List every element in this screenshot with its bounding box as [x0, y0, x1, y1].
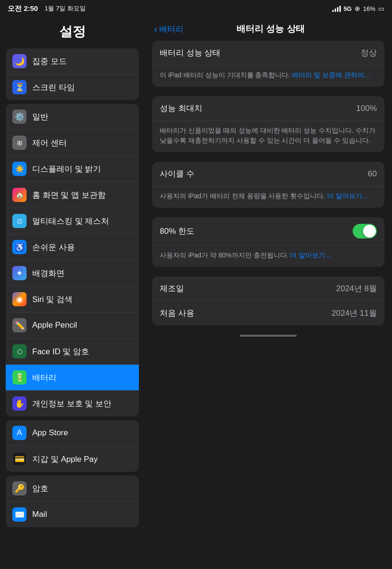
battery-label: 배터리 — [32, 372, 56, 383]
pencil-label: Apple Pencil — [32, 321, 77, 330]
battery-health-row: 배터리 성능 상태 정상 — [152, 41, 384, 65]
status-time: 오전 2:50 — [8, 4, 38, 13]
status-date: 1월 7일 화요일 — [45, 4, 86, 13]
performance-section: 성능 최대치 100% 배터리가 신품이었을 때의 성능에 대비한 배터리 성능… — [152, 96, 384, 152]
sidebar-group-4: 🔑 암호 ✉️ Mail — [6, 476, 139, 527]
status-bar: 오전 2:50 1월 7일 화요일 5G ⊕ 16% ▭ — [0, 0, 392, 17]
sidebar-item-accessibility[interactable]: ♿ 손쉬운 사용 — [6, 234, 139, 260]
detail-panel: ‹ 배터리 배터리 성능 상태 배터리 성능 상태 정상 이 iPad 배터리 … — [145, 17, 392, 569]
status-right: 5G ⊕ 16% ▭ — [332, 5, 384, 12]
detail-content: 배터리 성능 상태 정상 이 iPad 배터리 성능이 기대치를 충족합니다. … — [145, 41, 392, 325]
faceid-label: Face ID 및 암호 — [32, 346, 89, 357]
manufacture-row: 제조일 2024년 8월 — [152, 276, 384, 301]
limit-label: 80% 한도 — [160, 226, 194, 237]
main-layout: 설정 🌙 집중 모드 ⏳ 스크린 타임 ⚙️ 일반 ⊞ 제어 센터 ☀️ — [0, 17, 392, 569]
sidebar-item-wallpaper[interactable]: ✦ 배경화면 — [6, 260, 139, 286]
battery-health-link[interactable]: 배터리 및 보증에 관하여... — [292, 71, 369, 79]
general-label: 일반 — [32, 111, 48, 122]
limit-section: 80% 한도 사용자의 iPad가 약 80%까지만 충전됩니다. 더 알아보기… — [152, 217, 384, 267]
toggle-knob — [363, 225, 376, 238]
sidebar-item-faceid[interactable]: ⬡ Face ID 및 암호 — [6, 339, 139, 365]
appstore-icon: A — [12, 426, 27, 440]
performance-value: 100% — [356, 104, 377, 113]
limit-row: 80% 한도 — [152, 217, 384, 246]
controlcenter-icon: ⊞ — [12, 136, 27, 150]
back-button[interactable]: ‹ 배터리 — [154, 24, 183, 35]
passwords-icon: 🔑 — [12, 481, 27, 496]
sidebar-item-pencil[interactable]: ✏️ Apple Pencil — [6, 312, 139, 339]
sidebar-item-homescreen[interactable]: 🏠 홈 화면 및 앱 보관함 — [6, 182, 139, 208]
sidebar-item-passwords[interactable]: 🔑 암호 — [6, 476, 139, 502]
detail-title: 배터리 성능 상태 — [187, 23, 354, 35]
sidebar-item-screentime[interactable]: ⏳ 스크린 타임 — [6, 74, 139, 100]
cycle-label: 사이클 수 — [160, 168, 194, 179]
limit-link[interactable]: 더 알아보기... — [290, 251, 331, 259]
multitask-label: 멀티태스킹 및 제스처 — [32, 216, 109, 227]
sidebar-item-wallet[interactable]: 💳 지갑 및 Apple Pay — [6, 446, 139, 472]
cycle-link[interactable]: 더 알아보기... — [327, 192, 368, 200]
manufacture-value: 2024년 8월 — [336, 283, 377, 294]
limit-toggle[interactable] — [353, 224, 377, 239]
limit-description: 사용자의 iPad가 약 80%까지만 충전됩니다. 더 알아보기... — [152, 246, 384, 267]
dates-section: 제조일 2024년 8월 처음 사용 2024년 11월 — [152, 276, 384, 325]
general-icon: ⚙️ — [12, 110, 27, 124]
sidebar-item-focus[interactable]: 🌙 집중 모드 — [6, 48, 139, 74]
display-label: 디스플레이 및 밝기 — [32, 164, 101, 174]
screentime-label: 스크린 타임 — [32, 82, 75, 93]
cycle-description: 사용자의 iPad가 배터리 전체 용량을 사용한 횟수입니다. 더 알아보기.… — [152, 186, 384, 208]
signal-bars — [332, 5, 341, 12]
sidebar-group-3: A App Store 💳 지갑 및 Apple Pay — [6, 420, 139, 472]
accessibility-icon: ♿ — [12, 240, 27, 254]
firstuse-row: 처음 사용 2024년 11월 — [152, 301, 384, 325]
battery-icon: ▭ — [378, 5, 384, 12]
back-label: 배터리 — [159, 24, 183, 35]
focus-label: 집중 모드 — [32, 56, 67, 67]
performance-description: 배터리가 신품이었을 때의 성능에 대비한 배터리 성능 수치입니다. 수치가 … — [152, 121, 384, 152]
privacy-label: 개인정보 보호 및 보안 — [32, 398, 111, 409]
detail-header: ‹ 배터리 배터리 성능 상태 — [145, 17, 392, 41]
performance-row: 성능 최대치 100% — [152, 96, 384, 121]
focus-icon: 🌙 — [12, 54, 27, 68]
appstore-label: App Store — [32, 428, 68, 438]
sidebar-item-mail[interactable]: ✉️ Mail — [6, 502, 139, 527]
sidebar-item-general[interactable]: ⚙️ 일반 — [6, 104, 139, 130]
firstuse-value: 2024년 11월 — [332, 308, 377, 319]
battery-health-label: 배터리 성능 상태 — [160, 47, 220, 58]
controlcenter-label: 제어 센터 — [32, 138, 67, 148]
multitask-icon: ⊡ — [12, 214, 27, 228]
sidebar-item-display[interactable]: ☀️ 디스플레이 및 밝기 — [6, 156, 139, 182]
sidebar-item-controlcenter[interactable]: ⊞ 제어 센터 — [6, 130, 139, 156]
back-chevron-icon: ‹ — [154, 24, 157, 34]
wifi-icon: ⊕ — [355, 5, 360, 12]
wallpaper-icon: ✦ — [12, 266, 27, 280]
sidebar-title: 설정 — [0, 17, 145, 45]
performance-label: 성능 최대치 — [160, 103, 202, 114]
wallet-label: 지갑 및 Apple Pay — [32, 454, 98, 465]
sidebar-item-appstore[interactable]: A App Store — [6, 420, 139, 446]
sidebar-item-battery[interactable]: 🔋 배터리 — [6, 365, 139, 391]
sidebar-item-multitask[interactable]: ⊡ 멀티태스킹 및 제스처 — [6, 208, 139, 234]
mail-label: Mail — [32, 510, 47, 519]
homescreen-icon: 🏠 — [12, 188, 27, 202]
cycle-section: 사이클 수 60 사용자의 iPad가 배터리 전체 용량을 사용한 횟수입니다… — [152, 162, 384, 208]
wallet-icon: 💳 — [12, 452, 27, 466]
battery-percent: 16% — [363, 5, 375, 12]
manufacture-label: 제조일 — [160, 283, 184, 294]
battery-setting-icon: 🔋 — [12, 370, 27, 385]
accessibility-label: 손쉬운 사용 — [32, 242, 75, 253]
5g-indicator: 5G — [344, 5, 352, 12]
sidebar-item-privacy[interactable]: ✋ 개인정보 보호 및 보안 — [6, 391, 139, 416]
battery-health-section: 배터리 성능 상태 정상 이 iPad 배터리 성능이 기대치를 충족합니다. … — [152, 41, 384, 87]
mail-icon: ✉️ — [12, 507, 27, 522]
battery-health-description: 이 iPad 배터리 성능이 기대치를 충족합니다. 배터리 및 보증에 관하여… — [152, 65, 384, 87]
wallpaper-label: 배경화면 — [32, 268, 64, 279]
siri-icon: ◉ — [12, 292, 27, 306]
screentime-icon: ⏳ — [12, 80, 27, 94]
pencil-icon: ✏️ — [12, 318, 27, 332]
sidebar: 설정 🌙 집중 모드 ⏳ 스크린 타임 ⚙️ 일반 ⊞ 제어 센터 ☀️ — [0, 17, 145, 569]
siri-label: Siri 및 검색 — [32, 294, 73, 305]
homescreen-label: 홈 화면 및 앱 보관함 — [32, 190, 106, 201]
cycle-row: 사이클 수 60 — [152, 162, 384, 186]
privacy-icon: ✋ — [12, 396, 27, 411]
sidebar-item-siri[interactable]: ◉ Siri 및 검색 — [6, 286, 139, 312]
